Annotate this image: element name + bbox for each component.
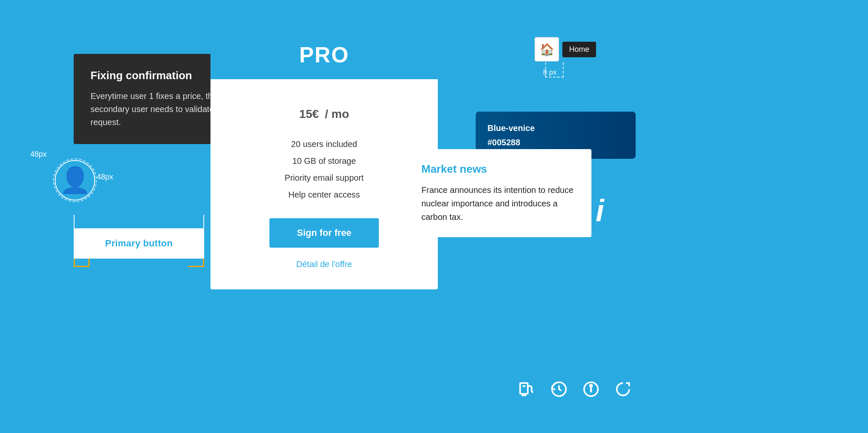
color-swatch-hex: #005288 bbox=[487, 135, 624, 150]
ev-station-icon[interactable] bbox=[518, 380, 536, 398]
bracket-bottom-right bbox=[188, 259, 204, 267]
primary-button-section: Primary button bbox=[74, 215, 204, 267]
info-italic-icon: i bbox=[596, 193, 604, 228]
bracket-bottom-left bbox=[74, 259, 90, 267]
home-tooltip-section: 🏠 Home bbox=[535, 37, 596, 61]
pro-plan-title: PRO bbox=[210, 42, 438, 67]
pro-price-period: / mo bbox=[325, 107, 349, 120]
market-news-card: Market news France announces its intenti… bbox=[406, 149, 591, 237]
ev-station-svg bbox=[518, 380, 536, 398]
avatar-size-label-top: 48px bbox=[30, 150, 47, 159]
home-icon[interactable]: 🏠 bbox=[535, 37, 559, 61]
color-swatch-name: Blue-venice bbox=[487, 121, 624, 135]
pro-features-list: 20 users included 10 GB of storage Prior… bbox=[227, 136, 421, 203]
info-circle-svg bbox=[582, 380, 600, 398]
home-tooltip-label: Home bbox=[562, 42, 596, 57]
refresh-icon[interactable] bbox=[614, 380, 632, 398]
pro-pricing-card: PRO 15€ / mo 20 users included 10 GB of … bbox=[210, 29, 438, 289]
svg-rect-0 bbox=[520, 383, 528, 394]
history-icon[interactable] bbox=[550, 380, 568, 398]
bracket-line-right bbox=[203, 215, 204, 228]
avatar-size-label-right: 48px bbox=[97, 173, 113, 182]
feature-3: Priority email support bbox=[227, 169, 421, 186]
feature-1: 20 users included bbox=[227, 136, 421, 152]
pro-card-body: 15€ / mo 20 users included 10 GB of stor… bbox=[210, 79, 438, 289]
primary-button[interactable]: Primary button bbox=[74, 228, 204, 259]
detail-offer-link[interactable]: Détail de l'offre bbox=[227, 259, 421, 269]
person-icon: 👤 bbox=[59, 168, 91, 193]
info-circle-icon[interactable] bbox=[582, 380, 600, 398]
pro-card-header: PRO bbox=[210, 29, 438, 79]
market-news-body: France announces its intention to reduce… bbox=[421, 183, 576, 224]
history-svg bbox=[550, 380, 568, 398]
home-spacing-label: 8 px bbox=[543, 68, 556, 77]
sign-for-free-button[interactable]: Sign for free bbox=[269, 218, 379, 248]
market-news-title: Market news bbox=[421, 163, 576, 176]
button-bottom-brackets bbox=[74, 259, 204, 267]
bracket-line-left bbox=[74, 215, 75, 228]
feature-4: Help center access bbox=[227, 186, 421, 203]
pro-price: 15€ / mo bbox=[227, 98, 421, 123]
pro-price-amount: 15€ bbox=[299, 107, 319, 120]
bottom-icons-row bbox=[518, 380, 632, 398]
button-top-bracket bbox=[74, 215, 204, 228]
svg-point-6 bbox=[590, 385, 592, 387]
feature-2: 10 GB of storage bbox=[227, 152, 421, 169]
refresh-svg bbox=[614, 380, 632, 398]
avatar: 👤 bbox=[55, 160, 95, 200]
